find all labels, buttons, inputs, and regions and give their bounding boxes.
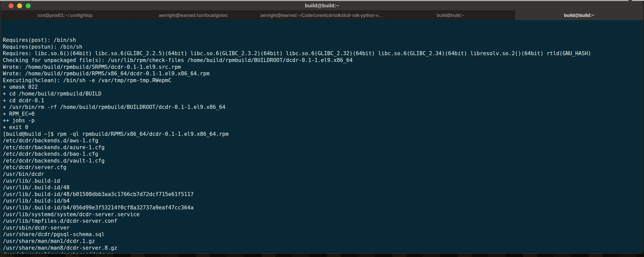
terminal-output-line: /usr/lib/.build-id/48 bbox=[3, 184, 642, 191]
tab-aenright-go-src[interactable]: aenright@learned:/usr/local/go/src bbox=[129, 10, 258, 20]
terminal-output-line: /usr/share/man/man1/dcdr.1.gz bbox=[3, 238, 642, 245]
window-title: build@build:~ bbox=[305, 3, 339, 9]
tab-label: build@build:~ bbox=[434, 13, 467, 18]
terminal-window: build@build:~ root@prod01:~/.config/htop… bbox=[1, 1, 643, 254]
terminal-output-line: Requires(postun): /bin/sh bbox=[3, 44, 642, 50]
terminal-output-line: /etc/dcdr/server.cfg bbox=[3, 164, 642, 171]
terminal-output-line: Requires(post): /bin/sh bbox=[3, 37, 642, 44]
tab-build-active[interactable]: build@build:~ bbox=[515, 10, 643, 20]
terminal-output-line: /etc/dcdr/backends.d/vault-1.cfg bbox=[3, 157, 642, 164]
terminal-output-line: + cd /home/build/rpmbuild/BUILD bbox=[3, 90, 642, 97]
terminal-output-line: Executing(%clean): /bin/sh -e /var/tmp/r… bbox=[3, 77, 642, 84]
terminal-scrollback: Requires(post): /bin/shRequires(postun):… bbox=[3, 37, 642, 253]
tab-label: root@prod01:~/.config/htop bbox=[35, 13, 95, 18]
tab-root-prod01[interactable]: root@prod01:~/.config/htop bbox=[1, 10, 129, 20]
terminal-output-line: Wrote: /home/build/rpmbuild/SRPMS/dcdr-0… bbox=[3, 64, 642, 71]
tab-bar: root@prod01:~/.config/htop aenright@lear… bbox=[1, 10, 643, 20]
terminal-output-line: /usr/lib/.build-id bbox=[3, 178, 642, 184]
terminal-output-line: /usr/sbin/dcdr-server bbox=[3, 224, 642, 231]
terminal-output-line: /usr/share/dcdr/pgsql-schema.sql bbox=[3, 231, 642, 238]
tab-build-inactive[interactable]: build@build:~ bbox=[386, 10, 515, 20]
terminal-output-line: /usr/lib/tmpfiles.d/dcdr-server.conf bbox=[3, 218, 642, 224]
terminal-output-line: + RPM_EC=0 bbox=[3, 111, 642, 117]
tab-label: aenright@learned:/usr/local/go/src bbox=[156, 13, 230, 18]
tab-label: build@build:~ bbox=[561, 13, 597, 18]
terminal-output-line: /usr/bin/dcdr bbox=[3, 171, 642, 178]
terminal-output-line: Checking for unpackaged file(s): /usr/li… bbox=[3, 57, 642, 64]
terminal-output-line: /usr/lib/.build-id/b4/056d99e3f53214f0cf… bbox=[3, 204, 642, 211]
terminal-output-line: + umask 022 bbox=[3, 84, 642, 90]
terminal-output-line: Requires: libc.so.6()(64bit) libc.so.6(G… bbox=[3, 50, 642, 57]
close-button[interactable] bbox=[9, 3, 14, 8]
terminal-output-line: /usr/share/selinux/packages/dcdr.pp bbox=[3, 251, 642, 253]
terminal-output-line: /etc/dcdr/backends.d/azure-1.cfg bbox=[3, 144, 642, 151]
titlebar[interactable]: build@build:~ bbox=[1, 1, 643, 10]
terminal-output-line: /usr/lib/.build-id/48/b01508dbb3aa3c1766… bbox=[3, 191, 642, 198]
tab-aenright-dcdr-sdk[interactable]: aenright@learned:~/Code/core/dcdr/sdk/dc… bbox=[258, 10, 386, 20]
terminal-output-line: + exit 0 bbox=[3, 124, 642, 131]
zoom-button[interactable] bbox=[26, 3, 31, 8]
terminal-output-line: + /usr/bin/rm -rf /home/build/rpmbuild/B… bbox=[3, 104, 642, 111]
terminal-output-line: /etc/dcdr/backends.d/bao-1.cfg bbox=[3, 151, 642, 157]
terminal-output[interactable]: Requires(post): /bin/shRequires(postun):… bbox=[1, 20, 643, 253]
terminal-output-line: /usr/lib/systemd/system/dcdr-server.serv… bbox=[3, 211, 642, 218]
terminal-output-line: + cd dcdr-0.1 bbox=[3, 97, 642, 104]
terminal-output-line: /usr/share/man/man8/dcdr-server.8.gz bbox=[3, 245, 642, 251]
terminal-output-line: ++ jobs -p bbox=[3, 117, 642, 124]
terminal-output-line: Wrote: /home/build/rpmbuild/RPMS/x86_64/… bbox=[3, 70, 642, 77]
traffic-lights bbox=[9, 1, 31, 10]
terminal-output-line: [build@build ~]$ rpm -ql rpmbuild/RPMS/x… bbox=[3, 131, 642, 138]
terminal-output-line: /usr/lib/.build-id/b4 bbox=[3, 198, 642, 204]
tab-label: aenright@learned:~/Code/core/dcdr/sdk/dc… bbox=[258, 13, 386, 18]
terminal-output-line: /etc/dcdr/backends.d/aws-1.cfg bbox=[3, 137, 642, 144]
minimize-button[interactable] bbox=[17, 3, 22, 8]
